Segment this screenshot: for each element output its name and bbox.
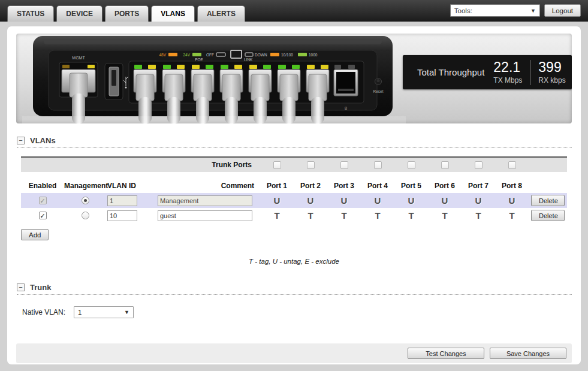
port-4-mode[interactable]: T xyxy=(361,210,394,221)
svg-text:OFF: OFF xyxy=(206,53,214,57)
device-banner: MGMT 48V 2 xyxy=(16,34,572,123)
management-radio[interactable] xyxy=(82,197,89,204)
dropdown-arrow-icon: ▼ xyxy=(530,8,536,14)
col-header-comment: Comment xyxy=(158,182,260,190)
tx-value: 22.1 xyxy=(493,61,522,74)
vlans-table: Trunk Ports Enabled Management VLAN ID C… xyxy=(21,156,567,223)
vlans-section-header: − VLANs xyxy=(17,136,572,148)
throughput-box: Total Throughput 22.1 TX Mbps 399 RX kbp… xyxy=(403,55,572,89)
port-2-mode[interactable]: T xyxy=(294,210,327,221)
col-header-port-7: Port 7 xyxy=(462,182,495,190)
col-header-management: Management xyxy=(64,182,106,190)
trunk-port-2-checkbox[interactable] xyxy=(307,161,315,169)
svg-text:MGMT: MGMT xyxy=(72,56,85,60)
tab-device[interactable]: DEVICE xyxy=(56,5,102,22)
vlan-id-input[interactable] xyxy=(107,195,137,206)
col-header-port-4: Port 4 xyxy=(361,182,394,190)
logout-button[interactable]: Logout xyxy=(544,4,581,17)
col-header-port-6: Port 6 xyxy=(428,182,462,190)
trunk-port-1-checkbox[interactable] xyxy=(273,161,281,169)
save-changes-button[interactable]: Save Changes xyxy=(490,348,566,359)
vlan-row-1: ✓ U U U U U U U U Delete xyxy=(21,193,567,208)
port-1-mode[interactable]: U xyxy=(260,195,294,206)
delete-button[interactable]: Delete xyxy=(531,210,565,221)
col-header-vlan-id: VLAN ID xyxy=(106,182,158,190)
port-1-mode[interactable]: T xyxy=(260,210,294,221)
trunk-port-7-checkbox[interactable] xyxy=(475,161,483,169)
native-vlan-value: 1 xyxy=(78,309,82,316)
throughput-title: Total Throughput xyxy=(417,67,484,77)
port-5-mode[interactable]: T xyxy=(394,210,428,221)
collapse-icon[interactable]: − xyxy=(17,283,25,291)
reflection xyxy=(22,116,406,123)
svg-text:1000: 1000 xyxy=(309,53,318,57)
tx-unit: TX Mbps xyxy=(493,76,522,85)
tx-throughput: 22.1 TX Mbps xyxy=(493,61,522,85)
tools-dropdown-label: Tools: xyxy=(454,7,472,14)
collapse-icon[interactable]: − xyxy=(17,137,25,144)
main-panel: MGMT 48V 2 xyxy=(7,26,581,364)
tab-strip: STATUS DEVICE PORTS VLANS ALERTS xyxy=(7,5,245,22)
delete-button[interactable]: Delete xyxy=(531,195,565,206)
col-header-port-3: Port 3 xyxy=(327,182,361,190)
trunk-port-8-checkbox[interactable] xyxy=(508,161,516,169)
throughput-divider xyxy=(530,60,530,85)
trunk-section-header: − Trunk xyxy=(17,283,572,295)
port-7-mode[interactable]: U xyxy=(462,195,495,206)
port-8-mode[interactable]: U xyxy=(495,195,529,206)
tag-legend-note: T - tag, U - untag, E - exclude xyxy=(16,258,572,265)
port-4-mode[interactable]: U xyxy=(361,195,394,206)
port-8-mode[interactable]: T xyxy=(495,210,529,221)
tab-ports[interactable]: PORTS xyxy=(105,5,149,22)
svg-text:48V: 48V xyxy=(159,53,166,57)
trunk-port-4-checkbox[interactable] xyxy=(374,161,382,169)
tab-alerts[interactable]: ALERTS xyxy=(197,5,245,22)
native-vlan-row: Native VLAN: 1 ▼ xyxy=(22,306,572,318)
dropdown-arrow-icon: ▼ xyxy=(124,309,129,315)
add-vlan-button[interactable]: Add xyxy=(21,229,49,240)
vlan-id-input[interactable] xyxy=(107,210,137,221)
tab-status[interactable]: STATUS xyxy=(7,5,54,22)
port-6-mode[interactable]: T xyxy=(428,210,462,221)
trunk-section-title: Trunk xyxy=(30,283,51,292)
vlan-row-2: ✓ T T T T T T T T Delete xyxy=(21,208,567,223)
enabled-checkbox[interactable]: ✓ xyxy=(39,212,47,219)
tab-vlans[interactable]: VLANS xyxy=(151,5,195,22)
native-vlan-select[interactable]: 1 ▼ xyxy=(74,306,134,318)
actions-bar: Test Changes Save Changes xyxy=(16,343,572,363)
port-7-mode[interactable]: T xyxy=(462,210,495,221)
tools-dropdown[interactable]: Tools: ▼ xyxy=(450,4,540,17)
rx-value: 399 xyxy=(538,61,565,74)
rx-unit: RX kbps xyxy=(538,76,565,85)
comment-input[interactable] xyxy=(158,195,252,206)
svg-text:DOWN: DOWN xyxy=(255,53,267,57)
enabled-checkbox[interactable]: ✓ xyxy=(39,197,47,204)
vlans-section-title: VLANs xyxy=(30,136,56,145)
col-header-enabled: Enabled xyxy=(21,182,64,190)
rx-throughput: 399 RX kbps xyxy=(538,61,565,85)
native-vlan-label: Native VLAN: xyxy=(22,308,65,316)
trunk-ports-label: Trunk Ports xyxy=(21,161,260,169)
trunk-port-3-checkbox[interactable] xyxy=(340,161,348,169)
svg-text:24V: 24V xyxy=(183,53,190,57)
trunk-ports-row: Trunk Ports xyxy=(21,156,567,172)
port-2-mode[interactable]: U xyxy=(294,195,327,206)
col-header-port-5: Port 5 xyxy=(394,182,428,190)
table-header-row: Enabled Management VLAN ID Comment Port … xyxy=(21,179,567,193)
test-changes-button[interactable]: Test Changes xyxy=(408,348,484,359)
svg-text:10/100: 10/100 xyxy=(281,53,293,57)
trunk-port-6-checkbox[interactable] xyxy=(441,161,449,169)
port-5-mode[interactable]: U xyxy=(394,195,428,206)
trunk-port-5-checkbox[interactable] xyxy=(408,161,415,169)
col-header-port-1: Port 1 xyxy=(260,182,294,190)
col-header-port-8: Port 8 xyxy=(495,182,529,190)
top-bar: STATUS DEVICE PORTS VLANS ALERTS Tools: … xyxy=(0,0,588,22)
port-6-mode[interactable]: U xyxy=(428,195,462,206)
port-3-mode[interactable]: T xyxy=(327,210,361,221)
comment-input[interactable] xyxy=(158,210,252,221)
port-3-mode[interactable]: U xyxy=(327,195,361,206)
svg-text:Reset: Reset xyxy=(373,89,384,93)
management-radio[interactable] xyxy=(82,212,89,219)
col-header-port-2: Port 2 xyxy=(294,182,327,190)
svg-text:8: 8 xyxy=(345,105,348,111)
